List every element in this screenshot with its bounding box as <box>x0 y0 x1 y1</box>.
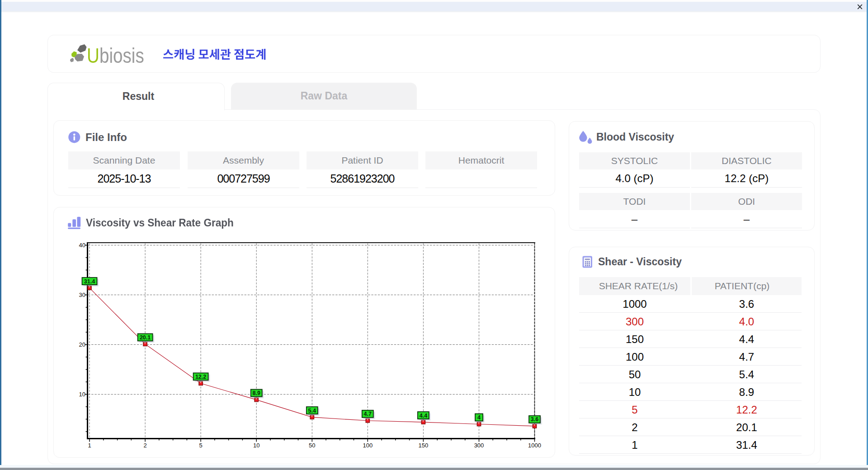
svg-text:150: 150 <box>419 442 429 449</box>
svg-text:20.1: 20.1 <box>140 334 151 341</box>
svg-text:10: 10 <box>253 442 259 449</box>
svg-text:31.4: 31.4 <box>84 278 95 285</box>
svg-text:100: 100 <box>363 442 373 449</box>
svg-text:4.4: 4.4 <box>420 413 427 419</box>
svg-text:30: 30 <box>79 291 85 298</box>
svg-text:300: 300 <box>474 442 484 449</box>
svg-text:50: 50 <box>309 442 315 449</box>
svg-text:10: 10 <box>79 391 85 398</box>
svg-text:4.7: 4.7 <box>364 411 372 417</box>
svg-text:12.2: 12.2 <box>195 374 206 380</box>
svg-text:2: 2 <box>143 442 146 449</box>
svg-text:5.4: 5.4 <box>308 408 316 414</box>
svg-text:1: 1 <box>88 442 91 449</box>
svg-text:1000: 1000 <box>528 442 541 449</box>
svg-text:8.9: 8.9 <box>253 390 260 396</box>
svg-text:40: 40 <box>79 242 85 249</box>
svg-text:5: 5 <box>199 442 202 449</box>
svg-text:20: 20 <box>79 341 85 348</box>
svg-text:4: 4 <box>477 414 481 421</box>
svg-text:3.6: 3.6 <box>531 416 538 423</box>
